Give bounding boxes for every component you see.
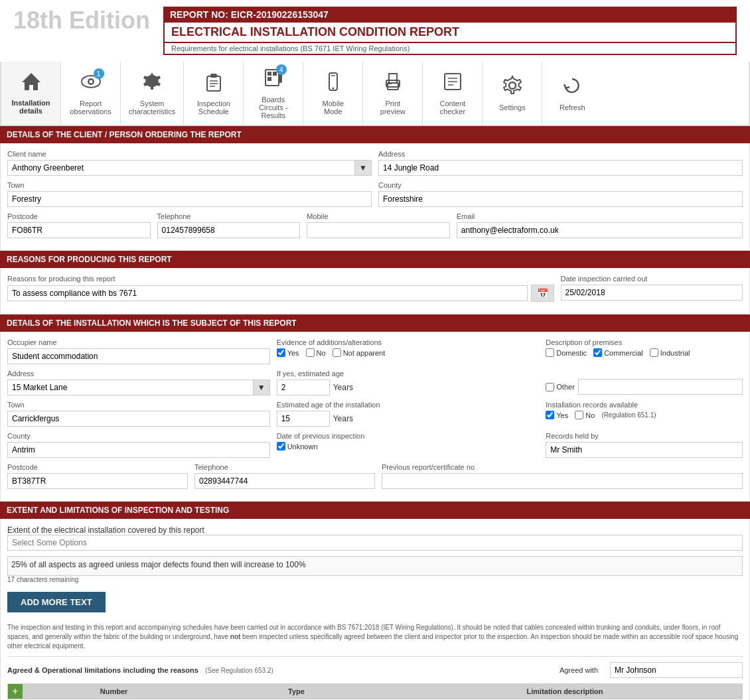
inst-address-input[interactable] <box>8 380 253 395</box>
nav-settings-label: Settings <box>499 104 526 111</box>
report-subtitle: Requirements for electrical installation… <box>163 43 737 55</box>
agreed-with-input[interactable] <box>610 662 743 678</box>
add-more-button[interactable]: ADD MORE TEXT <box>7 592 106 612</box>
svg-point-15 <box>332 88 334 90</box>
refresh-icon <box>562 75 583 101</box>
evidence-not-apparent-checkbox[interactable] <box>333 348 341 357</box>
nav-content-label: Contentchecker <box>440 100 466 115</box>
board-icon: 4 <box>263 67 284 93</box>
postcode-input[interactable] <box>7 222 151 238</box>
nav-system-characteristics[interactable]: Systemcharacteristics <box>121 62 184 125</box>
evidence-label: Evidence of additions/alterations <box>277 338 540 346</box>
inst-postcode-input[interactable] <box>7 473 188 489</box>
commercial-label: Commercial <box>604 349 643 357</box>
email-label: Email <box>457 212 743 220</box>
extent-select[interactable] <box>7 535 743 551</box>
prev-report-input[interactable] <box>382 473 743 489</box>
evidence-no-checkbox[interactable] <box>306 348 315 357</box>
nav-mobile-mode[interactable]: MobileMode <box>303 62 363 125</box>
navigation-bar: Installationdetails 1 Reportobservations… <box>0 62 750 126</box>
desc-premises-label: Description of premises <box>546 338 743 346</box>
unknown-checkbox[interactable] <box>277 442 285 451</box>
domestic-checkbox[interactable] <box>546 348 554 357</box>
prev-report-label: Previous report/certificate no <box>382 463 743 471</box>
records-yes-label: Yes <box>556 411 568 419</box>
inst-postcode-label: Postcode <box>7 463 188 471</box>
client-name-dropdown[interactable]: ▼ <box>354 161 371 175</box>
eye-icon: 1 <box>80 71 102 97</box>
reasons-input[interactable] <box>7 285 528 301</box>
svg-point-2 <box>89 80 92 84</box>
type-col-header: Type <box>205 685 388 698</box>
svg-point-25 <box>509 82 516 89</box>
date-label: Date inspection carried out <box>561 275 743 283</box>
agreed-with-label: Agreed with <box>560 666 598 674</box>
records-no-checkbox[interactable] <box>575 411 583 419</box>
client-section-header: DETAILS OF THE CLIENT / PERSON ORDERING … <box>0 126 750 143</box>
other-input[interactable] <box>578 379 743 395</box>
inst-county-label: County <box>7 432 270 440</box>
nav-boards-circuits[interactable]: 4 BoardsCircuits -Results <box>244 62 303 125</box>
nav-settings[interactable]: Settings <box>483 62 542 125</box>
extent-section-header: EXTENT AND LIMITATIONS OF INSPECTION AND… <box>0 502 750 519</box>
agreed-row: Agreed & Operational limitations includi… <box>7 656 743 678</box>
inst-county-input[interactable] <box>7 442 270 458</box>
notice-text: The inspection and testing in this repor… <box>7 623 743 651</box>
mobile-input[interactable] <box>307 222 450 238</box>
nav-installation-label: Installationdetails <box>11 99 50 115</box>
nav-print-preview[interactable]: Printpreview <box>363 62 423 125</box>
nav-report-observations[interactable]: 1 Reportobservations <box>61 62 121 125</box>
evidence-yes-checkbox[interactable] <box>277 348 285 357</box>
records-held-input[interactable] <box>546 442 743 458</box>
domestic-label: Domestic <box>556 349 587 357</box>
nav-inspection-schedule[interactable]: InspectionSchedule <box>184 62 244 125</box>
town-input[interactable] <box>7 191 372 207</box>
est-age-label: If yes, estimated age <box>277 370 540 378</box>
description-col-header: Limitation description <box>388 685 742 698</box>
report-title: ELECTRICAL INSTALLATION CONDITION REPORT <box>163 23 737 43</box>
nav-refresh-label: Refresh <box>560 104 585 111</box>
nav-installation-details[interactable]: Installationdetails <box>1 62 61 125</box>
app-header: 18th Edition REPORT NO: EICR-20190226153… <box>0 0 750 62</box>
est-installation-label: Estimated age of the installation <box>277 401 540 409</box>
see-regulation: (See Regulation 653.2) <box>205 667 273 674</box>
settings-icon <box>502 75 523 101</box>
email-input[interactable] <box>457 222 743 238</box>
industrial-checkbox[interactable] <box>650 348 658 357</box>
extent-text: 25% of all aspects as agreed unless majo… <box>11 560 306 569</box>
svg-rect-11 <box>267 77 271 81</box>
date-input[interactable] <box>561 285 743 301</box>
est-age-input[interactable] <box>277 380 330 395</box>
reasons-label: Reasons for producing this report <box>7 275 554 283</box>
installation-subject-section: DETAILS OF THE INSTALLATION WHICH IS THE… <box>0 315 750 502</box>
client-name-input[interactable] <box>8 161 354 175</box>
nav-report-obs-label: Reportobservations <box>70 100 111 115</box>
inst-address-select[interactable]: ▼ <box>7 380 270 395</box>
nav-inspection-label: InspectionSchedule <box>197 100 230 115</box>
county-input[interactable] <box>378 191 743 207</box>
inst-telephone-input[interactable] <box>194 473 375 489</box>
address-input[interactable] <box>378 160 743 176</box>
other-checkbox[interactable] <box>546 383 554 391</box>
number-col-header: Number <box>23 685 205 698</box>
telephone-input[interactable] <box>157 222 301 238</box>
records-yes-checkbox[interactable] <box>546 411 554 419</box>
limitations-table-header: + Number Type Limitation description <box>7 683 743 699</box>
records-held-label: Records held by <box>546 432 743 440</box>
inst-address-dropdown[interactable]: ▼ <box>253 380 269 395</box>
occupier-name-input[interactable] <box>7 348 270 364</box>
nav-system-label: Systemcharacteristics <box>129 100 175 115</box>
nav-content-checker[interactable]: Contentchecker <box>423 62 483 125</box>
reasons-calendar-btn[interactable]: 📅 <box>531 285 554 302</box>
client-name-select[interactable]: ▼ <box>7 160 372 176</box>
add-limitation-button[interactable]: + <box>8 684 23 699</box>
nav-print-label: Printpreview <box>380 100 406 115</box>
nav-mobile-label: MobileMode <box>323 100 344 115</box>
commercial-checkbox[interactable] <box>593 348 602 357</box>
nav-refresh[interactable]: Refresh <box>542 62 602 125</box>
svg-rect-18 <box>389 74 397 83</box>
svg-rect-20 <box>388 83 392 84</box>
inst-town-input[interactable] <box>7 411 270 427</box>
client-name-label: Client name <box>7 150 372 158</box>
est-installation-input[interactable] <box>277 411 330 427</box>
